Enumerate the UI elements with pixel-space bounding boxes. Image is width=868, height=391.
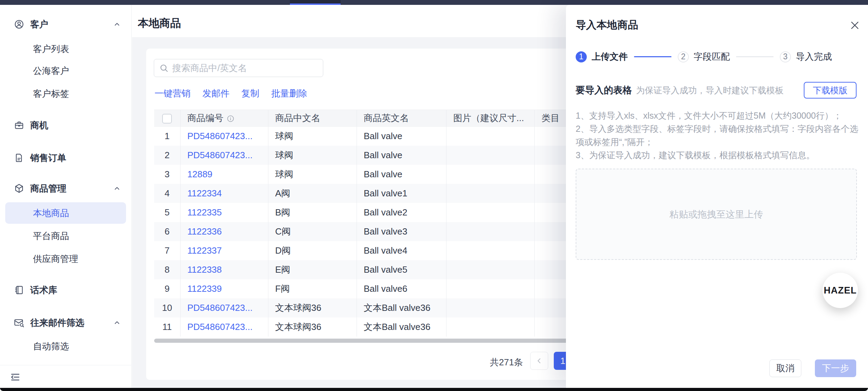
import-section-header: 要导入的表格 为保证导入成功，导入时建议下载模板 下载模版 — [576, 82, 857, 99]
product-code-link[interactable]: 1122338 — [187, 264, 222, 275]
instruction-line: 2、导入多选类型字段、标签字段时，请确保按格式填写：字段内容各个选项或标签用“,… — [576, 122, 858, 148]
sidebar-item-script-library[interactable]: 话术库 — [0, 280, 131, 300]
product-name-cn: 球阀 — [268, 127, 357, 146]
copy-button[interactable]: 复制 — [241, 87, 259, 100]
step-label: 上传文件 — [592, 51, 628, 63]
product-name-en: Ball valve1 — [357, 184, 446, 203]
step-label: 字段匹配 — [694, 51, 730, 63]
cube-icon — [14, 183, 24, 194]
product-image-cell — [446, 279, 534, 298]
product-image-cell — [446, 260, 534, 279]
sidebar-item-label: 客户 — [30, 18, 48, 31]
product-code-link[interactable]: 1122336 — [187, 226, 222, 237]
drawer-title: 导入本地商品 — [576, 18, 638, 32]
column-header-name-en: 商品英文名 — [357, 110, 446, 127]
select-all-checkbox[interactable] — [162, 114, 172, 124]
product-name-cn: D阀 — [268, 241, 357, 260]
product-code-link[interactable]: 12889 — [187, 169, 212, 179]
next-step-button[interactable]: 下一步 — [815, 359, 856, 377]
bulk-delete-button[interactable]: 批量删除 — [271, 87, 307, 100]
product-code-link[interactable]: PD548607423... — [187, 322, 253, 332]
column-header-code: 商品编号 — [180, 110, 268, 127]
step-label: 导入完成 — [796, 51, 832, 63]
product-name-cn: C阀 — [268, 222, 357, 241]
product-name-cn: 文本球阀36 — [268, 317, 357, 337]
product-image-cell — [446, 222, 534, 241]
upload-dropzone[interactable]: 粘贴或拖拽至这里上传 — [576, 169, 857, 260]
chevron-up-icon — [113, 319, 121, 326]
product-code-link[interactable]: 1122337 — [187, 245, 222, 256]
product-code-link[interactable]: PD548607423... — [187, 150, 253, 160]
product-name-en: Ball valve6 — [357, 279, 446, 298]
step-1-badge: 1 — [576, 51, 587, 62]
info-icon[interactable] — [226, 114, 235, 123]
import-instructions: 1、支持导入xls、xlsx文件，文件大小不可超过5M（大约30000行）； 2… — [576, 109, 858, 162]
product-code-link[interactable]: PD548607423... — [187, 303, 253, 313]
product-code-link[interactable]: 1122335 — [187, 207, 222, 218]
product-name-cn: 文本球阀36 — [268, 298, 357, 317]
sidebar-item-mail-filter[interactable]: 往来邮件筛选 — [0, 313, 131, 332]
instruction-line: 3、为保证导入成功，建议下载模板，根据模板格式填写信息。 — [576, 148, 858, 162]
send-email-button[interactable]: 发邮件 — [202, 87, 229, 100]
chevron-up-icon — [113, 20, 121, 28]
upload-hint: 粘贴或拖拽至这里上传 — [669, 208, 763, 221]
window-bottom-edge — [0, 388, 868, 391]
step-3-badge: 3 — [780, 51, 791, 62]
sidebar-item-opportunities[interactable]: 商机 — [0, 116, 131, 135]
one-click-marketing-button[interactable]: 一键营销 — [155, 87, 191, 100]
product-name-en: Ball valve — [357, 165, 446, 184]
product-name-cn: B阀 — [268, 203, 357, 222]
sidebar-item-label: 销售订单 — [30, 152, 66, 164]
product-image-cell — [446, 241, 534, 260]
product-name-en: Ball valve3 — [357, 222, 446, 241]
sidebar-item-customer-tags[interactable]: 客户标签 — [0, 84, 131, 103]
sidebar-item-supplier-management[interactable]: 供应商管理 — [0, 249, 131, 269]
column-header-image: 图片（建议尺寸... — [446, 110, 534, 127]
sidebar-item-public-customers[interactable]: 公海客户 — [0, 61, 131, 80]
product-image-cell — [446, 184, 534, 203]
product-code-link[interactable]: 1122339 — [187, 283, 222, 294]
sidebar-item-local-products[interactable]: 本地商品 — [5, 202, 126, 224]
product-name-cn: F阀 — [268, 279, 357, 298]
collapse-sidebar-icon[interactable] — [9, 371, 22, 383]
step-import-complete: 3 导入完成 — [780, 51, 832, 63]
step-field-matching: 2 字段匹配 — [678, 51, 730, 63]
close-icon[interactable] — [849, 19, 861, 31]
sidebar: 客户 客户列表 公海客户 客户标签 商机 销售订单 商品管理 本地商品 平台商品… — [0, 5, 132, 388]
hazel-floating-widget[interactable]: HAZEL — [823, 273, 858, 308]
sidebar-item-platform-products[interactable]: 平台商品 — [0, 226, 131, 246]
product-name-cn: 球阀 — [268, 146, 357, 165]
product-name-en: 文本Ball valve36 — [357, 298, 446, 317]
step-connector — [634, 56, 671, 57]
product-code-link[interactable]: PD548607423... — [187, 131, 253, 141]
sidebar-item-label: 话术库 — [30, 284, 57, 296]
step-upload-file: 1 上传文件 — [576, 51, 628, 63]
product-name-en: Ball valve4 — [357, 241, 446, 260]
product-name-cn: A阀 — [268, 184, 357, 203]
notebook-icon — [14, 285, 24, 295]
step-connector — [736, 56, 774, 57]
product-name-en: Ball valve5 — [357, 260, 446, 279]
cancel-button[interactable]: 取消 — [769, 359, 801, 377]
search-icon — [159, 63, 169, 73]
pagination-prev-button[interactable] — [530, 352, 548, 370]
import-steps: 1 上传文件 2 字段匹配 3 导入完成 — [576, 51, 832, 63]
product-name-cn: E阀 — [268, 260, 357, 279]
active-browser-tab[interactable] — [290, 0, 341, 5]
sidebar-item-label: 往来邮件筛选 — [30, 317, 84, 329]
sidebar-item-customer-list[interactable]: 客户列表 — [0, 39, 131, 59]
search-box — [154, 59, 323, 77]
column-header-name-cn: 商品中文名 — [268, 110, 357, 127]
product-code-link[interactable]: 1122334 — [187, 188, 222, 198]
bulk-actions: 一键营销 发邮件 复制 批量删除 — [155, 87, 307, 100]
chevron-left-icon — [535, 357, 543, 365]
document-icon — [14, 153, 24, 163]
sidebar-item-product-management[interactable]: 商品管理 — [0, 179, 131, 198]
sidebar-item-auto-filter[interactable]: 自动筛选 — [0, 337, 131, 356]
sidebar-item-sales-orders[interactable]: 销售订单 — [0, 148, 131, 168]
section-hint: 为保证导入成功，导入时建议下载模板 — [636, 85, 784, 96]
download-template-button[interactable]: 下载模版 — [804, 82, 857, 99]
sidebar-item-label: 商品管理 — [30, 182, 66, 195]
sidebar-item-customers[interactable]: 客户 — [0, 15, 131, 34]
search-input[interactable] — [172, 63, 323, 74]
